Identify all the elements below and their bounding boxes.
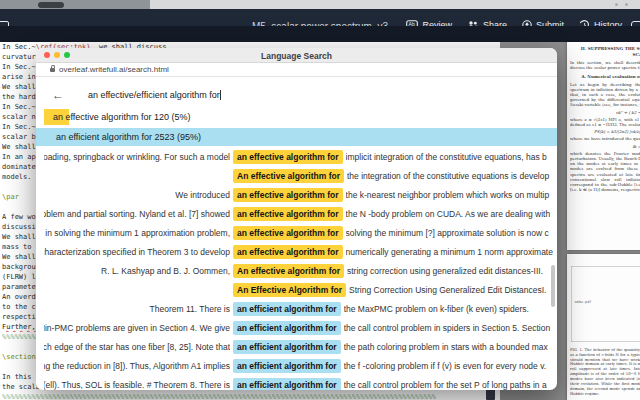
code-text: (FLRW) li [2,273,40,281]
result-match-highlight: an efficient algorithm for [233,302,341,316]
figure-placeholder: smbw.pdf [571,266,640,342]
result-left-context: Theorem 11. There is [44,304,230,314]
pdf-equation: fk = vk/z, [570,144,640,149]
screen: M5_scalar power spectrum_v3 Ab Review Sh… [0,0,640,400]
code-text: dominated [2,163,40,171]
result-right-context: the path coloring problem in stars with … [344,342,557,352]
code-text: parameter [2,283,40,291]
result-match-highlight: an efficient algorithm for [233,340,341,354]
result-match-highlight: an effective algorithm for [233,150,343,164]
pdf-paragraph: In this section, we shall describe the m… [570,60,640,70]
code-text: mass to b [2,243,40,251]
code-text: the hard [2,93,36,101]
search-result-row[interactable]: aken in solving the minimum 1 approximat… [36,223,557,242]
code-text: respectiv [2,313,40,321]
lock-icon [50,68,55,72]
code-text: discussio [2,223,40,231]
code-token: \section{ [2,353,40,361]
popup-window-title: Language Search [36,51,557,61]
result-match-highlight: an effective algorithm for [233,226,343,240]
result-match-highlight: an effective algorithm for [233,188,343,202]
code-text: We shall [2,233,36,241]
editor-code-line: %%%%%%%%%%%%%%%%%%%%%%%%%%%%%%%%%%%%%%%%… [2,392,490,400]
result-match-highlight: An effective algorithm for [233,169,344,183]
result-right-context: String Correction Using Generalized Edit… [349,285,557,295]
search-result-row[interactable]: the Min-PMC problems are given in Sectio… [36,318,557,337]
search-result-row[interactable]: <= c(ell). Thus, SOL is feasible. # Theo… [36,375,557,390]
result-right-context: implicit integration of the constitutive… [346,152,557,162]
search-query-text: an effective/efficient algorithm for [88,90,220,100]
search-results-list: l unloading, springback or wrinkling. Fo… [36,147,557,390]
figure-caption: FIG. 1. The behavior of the quantity √(2… [570,347,640,396]
chrome-dot [615,3,618,6]
code-text: curvature [2,53,40,61]
suggestion-efficient[interactable]: an efficient algorithm for 2523 (95%) [36,128,557,146]
overleaf-header: M5_scalar power spectrum_v3 Ab Review Sh… [0,9,640,26]
result-left-context: he characterization specified in Theorem… [44,247,230,257]
code-text: In Sec.~ [2,103,36,111]
result-right-context: the call control problem for the set P o… [344,380,557,390]
search-result-row[interactable]: he characterization specified in Theorem… [36,242,557,261]
code-text: A few wor [2,213,40,221]
result-match-highlight: an effective algorithm for [233,245,343,259]
code-text: the scala [2,383,40,391]
code-token: Further, [2,323,36,331]
code-text: In Sec.~ [2,63,36,71]
search-result-row[interactable]: Theorem 11. There is an efficient algori… [36,299,557,318]
result-match-highlight: An effective algorithm for [233,264,344,278]
result-match-highlight: an efficient algorithm for [233,378,341,391]
result-right-context: solving the minimum [?] approximate solu… [346,228,557,238]
pdf-equation: vk'' + ( k2 − z''/z ) vk = 0, [570,110,640,115]
result-right-context: the f -coloring problem if f (v) is even… [344,361,557,371]
code-text: arise in [2,73,36,81]
result-match-highlight: an effective algorithm for [233,207,343,221]
result-left-context: the Min-PMC problems are given in Sectio… [44,323,230,333]
code-text: In Sec.~ [2,43,36,51]
search-result-row[interactable]: An effective algorithm for the integrati… [36,166,557,185]
back-arrow-icon[interactable]: ← [52,88,64,102]
language-search-input[interactable]: an effective/efficient algorithm for [88,90,221,100]
chrome-dot [625,3,628,6]
popup-scrollbar-thumb[interactable] [551,265,555,307]
search-result-row[interactable]: owing the reduction in [8]). Thus, Algor… [36,356,557,375]
code-text: We shall [2,253,36,261]
browser-tab-fragment [38,2,64,8]
popup-url-bar: overleaf.writefull.ai/search.html [36,63,557,77]
result-left-context: owing the reduction in [8]). Thus, Algor… [44,361,230,371]
language-search-window: Language Search overleaf.writefull.ai/se… [36,48,557,390]
search-result-row[interactable]: We introduced an effective algorithm for… [36,185,557,204]
code-token: %%%%%%%%%%%%%%%%%%%%%%%%%%%%%%%%%%%%%%%%… [2,393,436,400]
code-token: \par [2,193,19,201]
code-text: In this s [2,373,40,381]
result-right-context: numerically generating a minimum 1 norm … [346,247,557,257]
result-left-context: R. L. Kashyap and B. J. Oommen, [44,266,230,276]
pdf-paragraph: where z = √(2ε1) MPl a, with ε1 being th… [570,117,640,127]
code-text: to the co [2,303,40,311]
search-result-row[interactable]: y problem and partial sorting. Nyland et… [36,204,557,223]
result-right-context: the MaxPMC problem on k-fiber (k even) s… [344,304,557,314]
code-text: An overdo [2,293,40,301]
code-text: We shall [2,83,36,91]
search-result-row[interactable]: An Effective Algorithm for String Correc… [36,280,557,299]
popup-titlebar[interactable]: Language Search [36,48,557,63]
result-match-highlight: An Effective Algorithm for [233,283,346,297]
search-result-row[interactable]: n each edge of the star has one fiber [8… [36,337,557,356]
suggestion-text: an effective algorithm for 120 (5%) [53,112,190,122]
code-text: We shall [2,143,36,151]
code-text: models. [2,173,32,181]
result-right-context: string correction using generalized edit… [347,266,557,276]
pdf-page-1: amount of e-folds by N. II. SUPPRESSING … [567,42,640,250]
search-result-row[interactable]: R. L. Kashyap and B. J. Oommen, An effec… [36,261,557,280]
code-text: In an app [2,153,40,161]
result-right-context: the call control problem in spiders in S… [344,323,557,333]
pdf-subsection-heading: A. Numerical evaluation of the scalar po… [577,74,640,79]
code-text: scalar no [2,113,40,121]
suggestion-effective[interactable]: an effective algorithm for 120 (5%) [36,108,557,126]
result-right-context: the k-nearest neighbor problem which wor… [346,190,557,200]
result-left-context: l unloading, springback or wrinkling. Fo… [44,152,230,162]
pdf-page-2: smbw.pdf FIG. 1. The behavior of the qua… [567,254,640,400]
search-result-row[interactable]: l unloading, springback or wrinkling. Fo… [36,147,557,166]
pdf-equation: PS(k) = k3/(2π2) |vk/z|2 = k3/(4π2) ( |v… [570,129,640,134]
suggestion-text: an efficient algorithm for 2523 (95%) [56,132,201,142]
pane-resize-handle[interactable] [486,389,495,400]
